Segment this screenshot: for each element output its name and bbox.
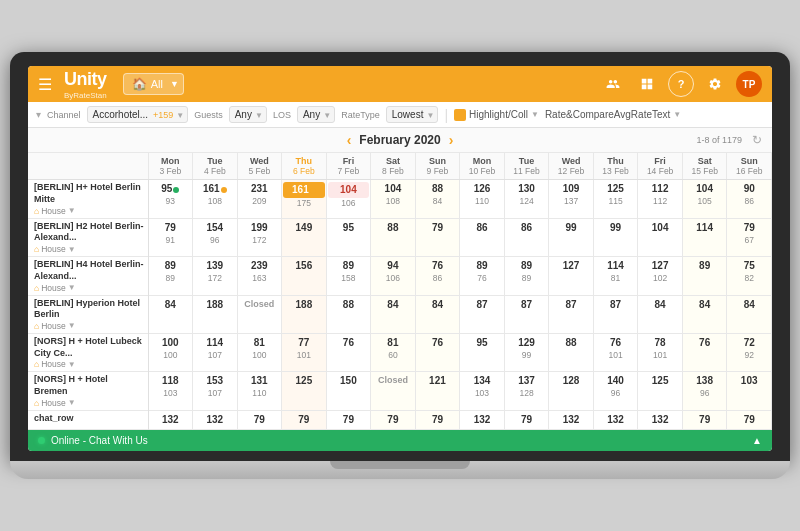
users-icon-btn[interactable] — [600, 71, 626, 97]
rate-cell-h4-d8[interactable]: 129 99 — [504, 333, 549, 371]
rate-cell-h2-d1[interactable]: 139 172 — [193, 257, 238, 295]
rate-cell-h0-d9[interactable]: 109 137 — [549, 180, 594, 218]
rate-cell-h1-d12[interactable]: 114 — [682, 218, 727, 256]
rate-cell-h3-d6[interactable]: 84 — [415, 295, 460, 333]
rate-cell-h2-d2[interactable]: 239 163 — [237, 257, 282, 295]
rate-cell-h5-d1[interactable]: 153 107 — [193, 372, 238, 410]
rate-cell-h3-d7[interactable]: 87 — [460, 295, 505, 333]
rate-cell-h0-d13[interactable]: 90 86 — [727, 180, 772, 218]
rate-cell-h4-d9[interactable]: 88 — [549, 333, 594, 371]
filter-collapse[interactable]: ▾ — [36, 109, 41, 120]
rate-cell-h5-d5[interactable]: Closed — [371, 372, 416, 410]
rate-cell-h3-d5[interactable]: 84 — [371, 295, 416, 333]
rate-cell-h0-d5[interactable]: 104 108 — [371, 180, 416, 218]
rate-cell-h5-d2[interactable]: 131 110 — [237, 372, 282, 410]
rate-cell-h1-d1[interactable]: 154 96 — [193, 218, 238, 256]
rate-cell-h4-d1[interactable]: 114 107 — [193, 333, 238, 371]
rate-compare-filter[interactable]: Rate&CompareAvgRateText ▼ — [545, 109, 681, 120]
rate-cell-h5-d11[interactable]: 125 — [638, 372, 683, 410]
rate-cell-h6-d8[interactable]: 79 — [504, 410, 549, 429]
channel-selector[interactable]: Accorhotel... +159 ▼ — [87, 106, 189, 123]
rate-cell-h1-d0[interactable]: 79 91 — [148, 218, 193, 256]
rate-cell-h6-d4[interactable]: 79 — [326, 410, 371, 429]
rate-cell-h1-d4[interactable]: 95 — [326, 218, 371, 256]
rate-cell-h2-d12[interactable]: 89 — [682, 257, 727, 295]
rate-cell-h6-d7[interactable]: 132 — [460, 410, 505, 429]
rate-cell-h5-d0[interactable]: 118 103 — [148, 372, 193, 410]
rate-cell-h0-d2[interactable]: 231 209 — [237, 180, 282, 218]
rate-cell-h2-d7[interactable]: 89 76 — [460, 257, 505, 295]
rate-cell-h4-d3[interactable]: 77 101 — [282, 333, 327, 371]
rate-cell-h0-d7[interactable]: 126 110 — [460, 180, 505, 218]
rate-cell-h5-d7[interactable]: 134 103 — [460, 372, 505, 410]
chat-bar[interactable]: Online - Chat With Us ▲ — [28, 430, 772, 451]
rate-cell-h2-d6[interactable]: 76 86 — [415, 257, 460, 295]
rate-cell-h0-d10[interactable]: 125 115 — [593, 180, 638, 218]
rate-cell-h4-d0[interactable]: 100 100 — [148, 333, 193, 371]
rate-cell-h4-d6[interactable]: 76 — [415, 333, 460, 371]
rate-cell-h0-d3[interactable]: 161 175 — [282, 180, 327, 218]
rate-cell-h4-d11[interactable]: 78 101 — [638, 333, 683, 371]
user-avatar[interactable]: TP — [736, 71, 762, 97]
rate-cell-h6-d11[interactable]: 132 — [638, 410, 683, 429]
rate-cell-h4-d13[interactable]: 72 92 — [727, 333, 772, 371]
rate-cell-h0-d0[interactable]: 95 93 — [148, 180, 193, 218]
rate-cell-h5-d12[interactable]: 138 96 — [682, 372, 727, 410]
rate-cell-h3-d2[interactable]: Closed — [237, 295, 282, 333]
next-date-arrow[interactable]: › — [449, 132, 454, 148]
rate-cell-h4-d10[interactable]: 76 101 — [593, 333, 638, 371]
rate-cell-h2-d3[interactable]: 156 — [282, 257, 327, 295]
rate-cell-h3-d12[interactable]: 84 — [682, 295, 727, 333]
highlight-filter[interactable]: Highlight/Coll ▼ — [454, 109, 539, 121]
rate-cell-h3-d10[interactable]: 87 — [593, 295, 638, 333]
rate-cell-h3-d4[interactable]: 88 — [326, 295, 371, 333]
rate-cell-h2-d5[interactable]: 94 106 — [371, 257, 416, 295]
rate-type-selector[interactable]: Lowest ▼ — [386, 106, 439, 123]
rate-cell-h4-d12[interactable]: 76 — [682, 333, 727, 371]
rate-cell-h2-d9[interactable]: 127 — [549, 257, 594, 295]
rate-cell-h0-d12[interactable]: 104 105 — [682, 180, 727, 218]
rate-cell-h1-d11[interactable]: 104 — [638, 218, 683, 256]
rate-cell-h6-d1[interactable]: 132 — [193, 410, 238, 429]
rate-cell-h5-d4[interactable]: 150 — [326, 372, 371, 410]
rate-cell-h3-d0[interactable]: 84 — [148, 295, 193, 333]
rate-cell-h3-d13[interactable]: 84 — [727, 295, 772, 333]
rate-cell-h2-d10[interactable]: 114 81 — [593, 257, 638, 295]
rate-cell-h1-d5[interactable]: 88 — [371, 218, 416, 256]
hamburger-menu[interactable]: ☰ — [38, 75, 52, 94]
rate-cell-h0-d11[interactable]: 112 112 — [638, 180, 683, 218]
rate-cell-h5-d3[interactable]: 125 — [282, 372, 327, 410]
prev-date-arrow[interactable]: ‹ — [347, 132, 352, 148]
rate-cell-h6-d9[interactable]: 132 — [549, 410, 594, 429]
rate-cell-h6-d6[interactable]: 79 — [415, 410, 460, 429]
rate-cell-h6-d12[interactable]: 79 — [682, 410, 727, 429]
rate-cell-h0-d6[interactable]: 88 84 — [415, 180, 460, 218]
rate-cell-h1-d9[interactable]: 99 — [549, 218, 594, 256]
property-selector[interactable]: 🏠 All ▼ — [123, 73, 184, 95]
rate-cell-h1-d6[interactable]: 79 — [415, 218, 460, 256]
rate-cell-h2-d11[interactable]: 127 102 — [638, 257, 683, 295]
rate-cell-h5-d8[interactable]: 137 128 — [504, 372, 549, 410]
rate-cell-h6-d13[interactable]: 79 — [727, 410, 772, 429]
grid-icon-btn[interactable] — [634, 71, 660, 97]
rate-cell-h5-d13[interactable]: 103 — [727, 372, 772, 410]
rate-cell-h2-d8[interactable]: 89 89 — [504, 257, 549, 295]
rate-cell-h5-d10[interactable]: 140 96 — [593, 372, 638, 410]
rate-cell-h2-d0[interactable]: 89 89 — [148, 257, 193, 295]
rate-cell-h0-d1[interactable]: 161 108 — [193, 180, 238, 218]
rate-cell-h6-d2[interactable]: 79 — [237, 410, 282, 429]
rate-cell-h6-d5[interactable]: 79 — [371, 410, 416, 429]
rate-cell-h0-d8[interactable]: 130 124 — [504, 180, 549, 218]
rate-cell-h2-d13[interactable]: 75 82 — [727, 257, 772, 295]
rate-cell-h6-d0[interactable]: 132 — [148, 410, 193, 429]
refresh-icon[interactable]: ↻ — [752, 133, 762, 147]
rate-cell-h5-d6[interactable]: 121 — [415, 372, 460, 410]
rate-cell-h4-d2[interactable]: 81 100 — [237, 333, 282, 371]
rate-cell-h0-d4[interactable]: 104 106 — [326, 180, 371, 218]
rate-cell-h1-d13[interactable]: 79 67 — [727, 218, 772, 256]
rate-cell-h3-d8[interactable]: 87 — [504, 295, 549, 333]
rate-cell-h3-d11[interactable]: 84 — [638, 295, 683, 333]
rate-cell-h4-d5[interactable]: 81 60 — [371, 333, 416, 371]
rate-cell-h1-d2[interactable]: 199 172 — [237, 218, 282, 256]
los-selector[interactable]: Any ▼ — [297, 106, 335, 123]
